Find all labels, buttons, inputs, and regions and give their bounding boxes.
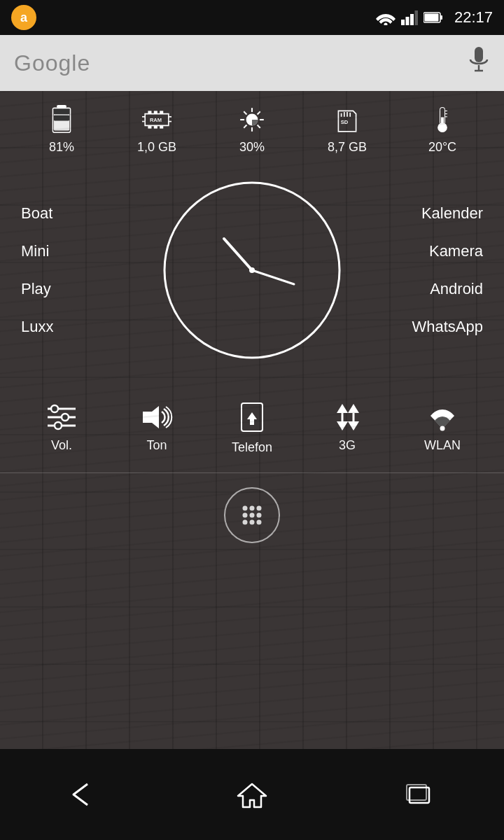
clock-section: Boat Mini Play Luxx Kalender Kamera Andr…: [0, 162, 504, 379]
svg-point-70: [243, 513, 248, 518]
wifi-icon: [376, 10, 396, 25]
app-kalender[interactable]: Kalender: [421, 204, 483, 223]
svg-rect-14: [54, 109, 69, 115]
telefon-item[interactable]: Telefon: [217, 400, 287, 455]
svg-point-66: [440, 426, 445, 431]
screen-value: 30%: [239, 140, 265, 155]
svg-rect-21: [160, 125, 163, 128]
svg-point-54: [51, 405, 58, 412]
svg-marker-64: [348, 421, 359, 430]
svg-rect-3: [410, 14, 414, 25]
svg-line-32: [244, 111, 246, 114]
vol-icon: [44, 402, 79, 433]
signal-icon: [401, 10, 418, 25]
svg-line-34: [258, 111, 260, 114]
svg-rect-4: [414, 10, 418, 25]
svg-point-50: [249, 267, 255, 273]
svg-marker-60: [337, 404, 348, 413]
svg-rect-8: [475, 47, 483, 62]
ram-value: 1,0 GB: [137, 140, 176, 155]
svg-rect-2: [405, 17, 409, 25]
ram-stat[interactable]: RAM 1,0 GB: [129, 105, 185, 155]
svg-rect-6: [440, 15, 442, 20]
home-button[interactable]: [224, 774, 280, 816]
bottom-icons-row: Vol. Ton Telefon: [0, 386, 504, 462]
3g-icon: [330, 402, 365, 433]
drawer-circle[interactable]: [224, 487, 280, 543]
svg-line-33: [258, 125, 260, 128]
wlan-icon: [425, 402, 460, 433]
screen-stat[interactable]: 30%: [224, 105, 280, 155]
app-play[interactable]: Play: [21, 280, 105, 298]
stats-row: 81% RAM 1,0 GB: [0, 91, 504, 162]
nav-bar: [0, 749, 504, 840]
svg-point-75: [257, 520, 262, 525]
left-apps: Boat Mini Play Luxx: [21, 204, 105, 336]
battery-icon: [47, 105, 76, 134]
status-bar: a 22:17: [0, 0, 504, 35]
ram-icon: RAM: [142, 105, 172, 134]
grid-icon: [238, 501, 266, 529]
svg-line-49: [252, 270, 294, 284]
svg-rect-1: [401, 20, 405, 25]
battery-value: 81%: [49, 140, 74, 155]
svg-line-48: [224, 239, 252, 270]
svg-rect-7: [424, 14, 438, 22]
app-logo: a: [11, 5, 36, 30]
vol-label: Vol.: [51, 438, 72, 453]
status-icons: 22:17: [376, 8, 493, 27]
svg-rect-20: [154, 125, 158, 128]
brightness-icon: [237, 105, 267, 134]
google-label: Google: [14, 50, 90, 76]
svg-rect-19: [148, 125, 151, 128]
svg-point-69: [257, 506, 262, 511]
svg-rect-18: [160, 111, 163, 113]
telefon-label: Telefon: [232, 440, 272, 455]
svg-rect-15: [54, 115, 69, 121]
svg-point-56: [55, 422, 62, 429]
app-kamera[interactable]: Kamera: [429, 242, 483, 260]
svg-marker-57: [143, 406, 159, 428]
svg-point-67: [243, 506, 248, 511]
status-time: 22:17: [454, 8, 493, 27]
temp-icon: [428, 105, 457, 134]
svg-point-73: [243, 520, 248, 525]
sd-stat[interactable]: SD 8,7 GB: [319, 105, 375, 155]
app-luxx[interactable]: Luxx: [21, 318, 105, 336]
temp-stat[interactable]: 20°C: [414, 105, 470, 155]
battery-status-icon: [424, 11, 443, 24]
ton-item[interactable]: Ton: [122, 402, 192, 453]
sd-icon: SD: [332, 105, 362, 134]
svg-text:RAM: RAM: [150, 117, 162, 123]
svg-marker-59: [247, 412, 257, 425]
temp-value: 20°C: [428, 140, 456, 155]
app-drawer-button[interactable]: [0, 487, 504, 543]
google-search-bar[interactable]: Google: [0, 35, 504, 91]
svg-rect-43: [441, 118, 444, 127]
recents-button[interactable]: [392, 774, 448, 816]
svg-rect-17: [154, 111, 158, 113]
svg-marker-76: [238, 784, 266, 807]
battery-stat[interactable]: 81%: [34, 105, 90, 155]
back-button[interactable]: [56, 774, 112, 816]
app-android[interactable]: Android: [430, 280, 483, 298]
wlan-label: WLAN: [424, 438, 461, 453]
wlan-item[interactable]: WLAN: [407, 402, 477, 453]
telefon-icon: [234, 400, 270, 435]
svg-point-55: [62, 414, 69, 421]
svg-marker-61: [337, 421, 348, 430]
svg-point-68: [250, 506, 255, 511]
divider: [0, 472, 504, 473]
ton-label: Ton: [146, 438, 167, 453]
mic-icon[interactable]: [468, 47, 490, 80]
3g-item[interactable]: 3G: [312, 402, 382, 453]
svg-point-72: [257, 513, 262, 518]
app-whatsapp[interactable]: WhatsApp: [412, 318, 484, 336]
svg-text:SD: SD: [341, 119, 349, 125]
vol-item[interactable]: Vol.: [27, 402, 97, 453]
sd-value: 8,7 GB: [328, 140, 367, 155]
app-mini[interactable]: Mini: [21, 242, 105, 260]
app-boat[interactable]: Boat: [21, 204, 105, 223]
svg-point-71: [250, 513, 255, 518]
analog-clock: [158, 176, 346, 365]
